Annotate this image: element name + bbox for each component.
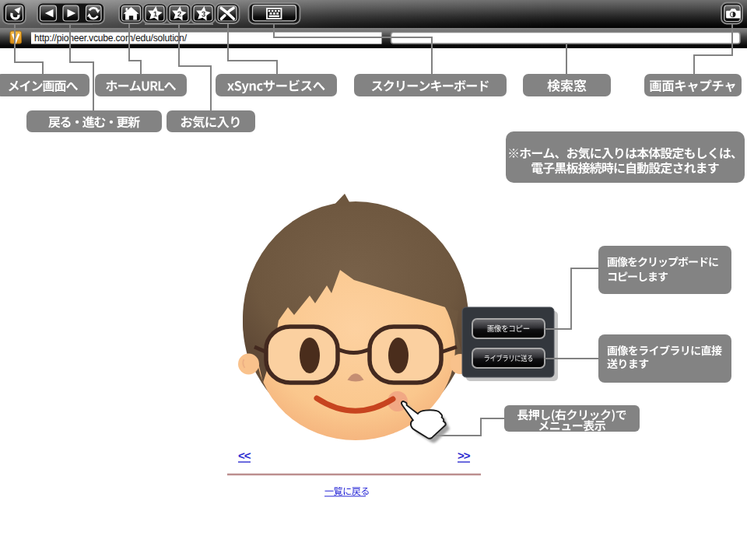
svg-text:<<: << [238, 449, 251, 462]
svg-text:>>: >> [458, 449, 471, 462]
svg-text:http://pioneer.vcube.com/edu/s: http://pioneer.vcube.com/edu/solution/ [34, 33, 188, 44]
